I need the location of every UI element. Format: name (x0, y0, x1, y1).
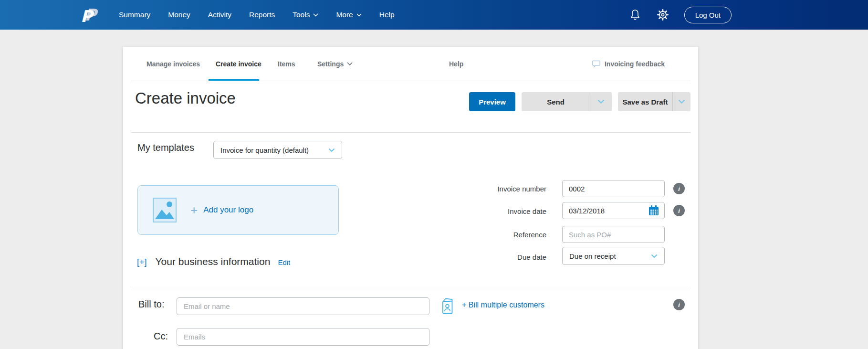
save-as-draft-button[interactable]: Save as Draft (618, 92, 690, 111)
invoice-date-label: Invoice date (409, 207, 546, 215)
tab-create-invoice[interactable]: Create invoice (216, 47, 261, 81)
page-title: Create invoice (135, 87, 236, 110)
edit-business-info-link[interactable]: Edit (278, 258, 290, 266)
nav-item-more[interactable]: More (336, 11, 361, 19)
tab-settings[interactable]: Settings (317, 47, 353, 81)
due-date-label: Due date (409, 253, 546, 261)
preview-button[interactable]: Preview (469, 92, 515, 111)
nav-item-tools[interactable]: Tools (293, 11, 318, 19)
chevron-down-icon (328, 148, 335, 152)
notifications-bell-icon[interactable] (629, 9, 641, 21)
nav-item-reports[interactable]: Reports (249, 11, 275, 19)
add-logo-dropzone[interactable]: + Add your logo (137, 185, 339, 235)
paypal-logo-icon[interactable]: P P (79, 4, 98, 25)
send-button[interactable]: Send (522, 92, 612, 111)
address-book-icon[interactable] (440, 297, 455, 317)
image-placeholder-icon (152, 196, 177, 224)
my-templates-label: My templates (137, 142, 194, 153)
expand-plus-icon[interactable]: [+] (137, 257, 147, 267)
template-select[interactable]: Invoice for quantity (default) (213, 141, 342, 159)
bill-to-label: Bill to: (138, 299, 164, 310)
tab-help[interactable]: Help (449, 47, 463, 81)
chevron-down-icon (313, 13, 318, 17)
bill-to-info-icon[interactable]: i (673, 299, 685, 310)
nav-item-help[interactable]: Help (379, 11, 395, 19)
invoice-number-label: Invoice number (409, 185, 546, 193)
top-navigation: P P Summary Money Activity Reports Tools… (0, 0, 868, 30)
billing-divider (131, 290, 690, 290)
invoice-date-info-icon[interactable]: i (673, 205, 685, 216)
bill-multiple-customers-link[interactable]: + Bill multiple customers (462, 301, 544, 309)
title-divider (131, 132, 690, 133)
invoice-card: Manage invoices Create invoice Items Set… (123, 47, 698, 349)
bill-to-input[interactable] (177, 297, 429, 315)
add-logo-label: Add your logo (203, 205, 253, 215)
due-date-select[interactable]: Due on receipt (562, 247, 665, 265)
log-out-button[interactable]: Log Out (684, 7, 732, 23)
nav-item-summary[interactable]: Summary (119, 11, 150, 19)
send-dropdown-caret[interactable] (590, 92, 612, 111)
tabs-divider (131, 81, 690, 81)
tab-items[interactable]: Items (278, 47, 295, 81)
plus-icon: + (190, 204, 198, 216)
chevron-down-icon (597, 99, 605, 104)
invoice-number-input[interactable] (562, 180, 665, 197)
svg-text:P: P (81, 7, 94, 25)
tab-manage-invoices[interactable]: Manage invoices (146, 47, 200, 81)
business-information-title: Your business information (156, 256, 271, 267)
chevron-down-icon (678, 99, 685, 104)
chevron-down-icon (356, 13, 362, 17)
cc-input[interactable] (177, 328, 429, 346)
nav-item-activity[interactable]: Activity (208, 11, 231, 19)
reference-input[interactable] (562, 226, 665, 243)
nav-item-money[interactable]: Money (168, 11, 190, 19)
settings-gear-icon[interactable] (657, 9, 669, 21)
chevron-down-icon (651, 254, 658, 258)
invoicing-feedback-link[interactable]: Invoicing feedback (592, 47, 665, 81)
calendar-icon[interactable] (648, 205, 659, 218)
reference-label: Reference (409, 231, 546, 239)
chevron-down-icon (347, 62, 353, 66)
invoice-number-info-icon[interactable]: i (673, 183, 685, 194)
save-as-draft-dropdown-caret[interactable] (672, 92, 690, 111)
speech-bubble-icon (592, 60, 600, 68)
cc-label: Cc: (138, 331, 168, 342)
